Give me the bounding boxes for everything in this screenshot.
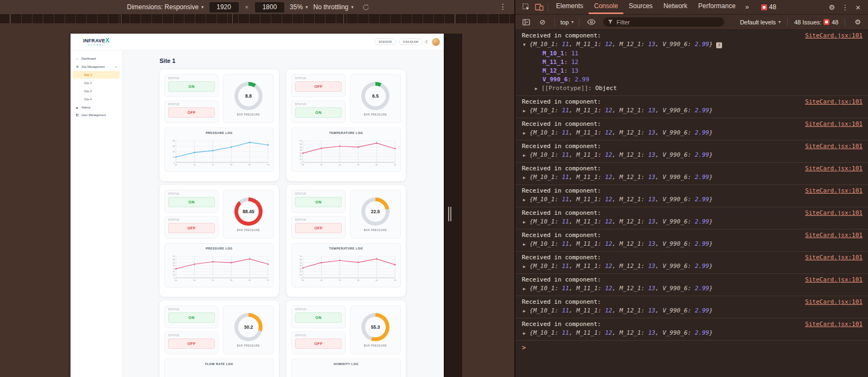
close-devtools-icon[interactable]: × [852,3,864,12]
tab-console[interactable]: Console [589,0,623,14]
object-preview[interactable]: {M_10_1: 11, M_11_1: 12, M_12_1: 13, V_9… [529,196,713,203]
expand-arrow-icon[interactable]: ▶ [523,307,529,316]
more-tabs-button[interactable]: » [741,3,754,11]
object-preview[interactable]: {M_10_1: 11, M_11_1: 12, M_12_1: 13, V_9… [529,218,713,225]
expand-arrow-icon[interactable]: ▶ [523,151,529,160]
sidebar-item-alarms[interactable]: Alarms [71,104,122,111]
expand-arrow-icon[interactable]: ▶ [535,85,541,93]
devtools-settings-icon[interactable]: ⚙ [826,3,838,11]
source-link[interactable]: SiteCard.jsx:101 [805,231,863,240]
status-value: ON [168,312,215,323]
expand-arrow-icon[interactable]: ▶ [523,174,529,182]
issues-counter[interactable]: 48 Issues: 48 [794,19,838,25]
svg-text:20: 20 [299,271,302,273]
expand-arrow-icon[interactable]: ▶ [523,329,529,338]
object-preview[interactable]: {M_10_1: 11, M_11_1: 12, M_12_1: 13, V_9… [529,263,713,270]
app-header: INFRAVEX GLOBAL 3/19/2025 5:54:43 AM ☾ [71,34,444,50]
sidebar-subitem-site-1[interactable]: Site 1 [73,71,120,79]
line-chart: 8060402000h1h2h3h4h5h [167,135,271,171]
status-tile: STATUS OFF [164,100,219,123]
source-link[interactable]: SiteCard.jsx:101 [805,31,863,40]
source-link[interactable]: SiteCard.jsx:101 [805,98,863,106]
expand-arrow-icon[interactable]: ▶ [523,240,529,249]
collapse-arrow-icon[interactable]: ▼ [523,41,529,49]
svg-text:60: 60 [299,143,302,145]
sidebar-subitem-site-4[interactable]: Site 4 [73,95,120,103]
object-preview[interactable]: {M_10_1: 11, M_11_1: 12, M_12_1: 13, V_9… [529,151,713,158]
tab-sources[interactable]: Sources [623,0,658,14]
expand-arrow-icon[interactable]: ▶ [523,107,529,116]
sidebar-item-dashboard[interactable]: ⌂ Dashboard [71,55,122,62]
svg-text:0h: 0h [302,164,304,166]
error-count-badge[interactable]: 48 [761,3,776,11]
object-preview[interactable]: {M_10_1: 11, M_11_1: 12, M_12_1: 13, V_9… [529,174,713,181]
console-filter-input[interactable] [616,18,720,26]
multiply-sign: × [245,4,248,10]
zoom-select[interactable]: 35% ▾ [290,3,308,11]
object-preview[interactable]: {M_10_1: 11, M_11_1: 12, M_12_1: 13, V_9… [529,307,713,314]
device-toolbar-menu-icon[interactable]: ⋮ [499,2,507,11]
viewport-resize-handle[interactable] [448,207,452,221]
object-preview[interactable]: {M_10_1: 11, M_11_1: 12, M_12_1: 13, V_9… [529,285,713,292]
devtools-menu-icon[interactable]: ⋮ [839,3,851,11]
object-preview[interactable]: {M_10_1: 11, M_11_1: 12, M_12_1: 13, V_9… [529,129,713,136]
console-filter-box[interactable] [603,17,724,27]
source-link[interactable]: SiteCard.jsx:101 [805,298,863,306]
clear-console-icon[interactable]: ⊘ [536,15,549,29]
source-link[interactable]: SiteCard.jsx:101 [805,209,863,218]
inspect-element-icon[interactable] [520,0,533,14]
source-link[interactable]: SiteCard.jsx:101 [805,253,863,262]
device-height-input[interactable] [255,2,284,12]
expand-arrow-icon[interactable]: ▶ [523,285,529,293]
throttling-select[interactable]: No throttling ▾ [314,3,354,11]
sidebar-subitem-site-3[interactable]: Site 3 [73,87,120,95]
dark-mode-toggle-icon[interactable]: ☾ [425,40,429,44]
console-sidebar-toggle-icon[interactable] [520,15,533,29]
status-label: STATUS [295,308,342,311]
chart-title: HUMIDITY LOG [294,362,398,366]
log-levels-selector[interactable]: Default levels ▾ [740,19,781,25]
dimensions-select[interactable]: Dimensions: Responsive ▾ [127,3,204,11]
status-tile: STATUS ON [291,190,346,213]
source-link[interactable]: SiteCard.jsx:101 [805,187,863,195]
devtools-pane: Elements Console Sources Network Perform… [515,0,868,377]
toggle-device-toolbar-icon[interactable] [533,0,546,14]
svg-text:30: 30 [173,268,175,270]
app-sidebar: ⌂ Dashboard ⚙ Site Management ∧ Site 1 S… [71,50,123,377]
source-link[interactable]: SiteCard.jsx:101 [805,142,863,151]
status-value: ON [295,107,342,118]
source-link[interactable]: SiteCard.jsx:101 [805,120,863,129]
tab-network[interactable]: Network [658,0,693,14]
rotate-device-icon[interactable] [362,4,369,11]
console-settings-icon[interactable]: ⚙ [852,18,864,26]
expand-arrow-icon[interactable]: ▶ [523,263,529,271]
device-width-input[interactable] [209,2,239,12]
source-link[interactable]: SiteCard.jsx:101 [805,276,863,284]
svg-text:4h: 4h [248,164,251,166]
chart-tile: HUMIDITY LOG [291,359,401,377]
expand-arrow-icon[interactable]: ▶ [523,129,529,138]
info-badge-icon[interactable]: i [716,42,722,48]
page-title: Site 1 [159,57,444,64]
console-prompt[interactable]: > [515,341,868,352]
tab-performance[interactable]: Performance [693,0,741,14]
object-preview[interactable]: {M_10_1: 11, M_11_1: 12, M_12_1: 13, V_9… [529,240,713,247]
source-link[interactable]: SiteCard.jsx:101 [805,320,863,329]
live-expression-eye-icon[interactable] [585,15,598,29]
sidebar-item-site-management[interactable]: ⚙ Site Management ∧ [71,62,122,71]
gear-icon: ⚙ [75,65,79,68]
object-preview[interactable]: {M_10_1: 11, M_11_1: 12, M_12_1: 13, V_9… [529,107,713,114]
source-link[interactable]: SiteCard.jsx:101 [805,164,863,173]
expand-arrow-icon[interactable]: ▶ [523,196,529,205]
expand-arrow-icon[interactable]: ▶ [523,218,529,227]
context-selector[interactable]: top ▾ [560,19,573,25]
object-preview[interactable]: {M_10_1: 11, M_11_1: 12, M_12_1: 13, V_9… [529,329,713,336]
svg-text:40: 40 [299,265,302,267]
object-preview[interactable]: {M_10_1: 11, M_11_1: 12, M_12_1: 13, V_9… [529,41,713,48]
sidebar-subitem-site-2[interactable]: Site 2 [73,79,120,87]
user-avatar[interactable] [432,38,440,46]
tab-elements[interactable]: Elements [551,0,589,14]
app-logo: INFRAVEX GLOBAL [71,37,122,46]
object-property: M_12_1: 13 [522,67,863,75]
sidebar-item-user-management[interactable]: User Management [71,111,122,119]
